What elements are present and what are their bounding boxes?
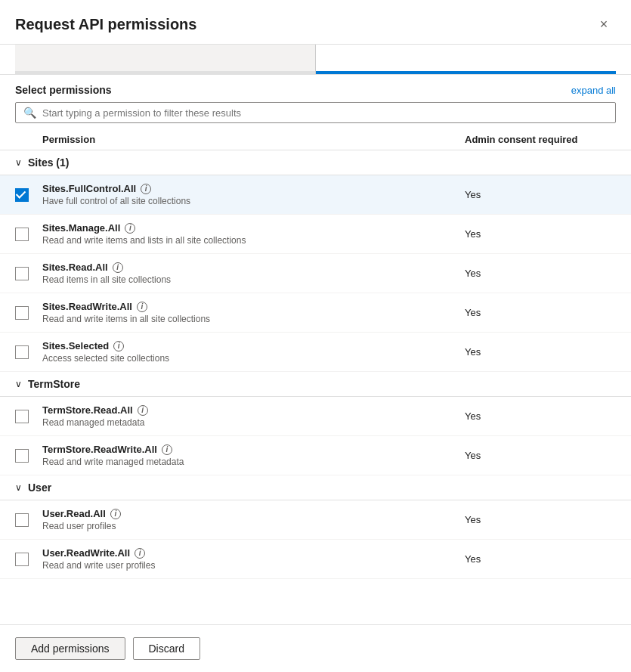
- table-row: TermStore.ReadWrite.All i Read and write…: [0, 436, 631, 475]
- perm-desc: Read user profiles: [42, 521, 465, 531]
- table-row: User.ReadWrite.All i Read and write user…: [0, 540, 631, 579]
- info-icon[interactable]: i: [137, 302, 147, 312]
- admin-consent-value: Yes: [465, 410, 616, 422]
- group-name: User: [28, 482, 51, 494]
- group-row[interactable]: ∨TermStore: [0, 372, 631, 397]
- permissions-list: ∨Sites (1) Sites.FullControl.All i Have …: [0, 150, 631, 624]
- perm-name: Sites.Manage.All i: [42, 222, 465, 234]
- admin-consent-value: Yes: [465, 228, 616, 240]
- info-icon[interactable]: i: [135, 548, 145, 559]
- group-name: Sites (1): [28, 156, 69, 169]
- table-row: Sites.Selected i Access selected site co…: [0, 333, 631, 372]
- perm-name: User.Read.All i: [42, 508, 465, 519]
- permission-checkbox[interactable]: [15, 553, 29, 566]
- chevron-down-icon: ∨: [15, 379, 22, 389]
- perm-desc: Read items in all site collections: [42, 274, 465, 285]
- perm-desc: Read and write items in all site collect…: [42, 314, 465, 324]
- expand-all-button[interactable]: expand all: [571, 85, 616, 96]
- dialog-footer: Add permissions Discard: [0, 624, 631, 672]
- permission-checkbox[interactable]: [15, 306, 29, 320]
- search-bar: 🔍: [15, 102, 616, 123]
- info-icon[interactable]: i: [125, 223, 135, 234]
- discard-button[interactable]: Discard: [133, 637, 200, 660]
- info-icon[interactable]: i: [113, 262, 123, 273]
- perm-name: User.ReadWrite.All i: [42, 547, 465, 559]
- group-name: TermStore: [28, 378, 80, 390]
- table-row: User.Read.All i Read user profiles Yes: [0, 500, 631, 540]
- dialog-title: Request API permissions: [15, 16, 196, 33]
- perm-name: Sites.Selected i: [42, 340, 465, 351]
- perm-info: TermStore.Read.All i Read managed metada…: [42, 404, 465, 428]
- perm-info: Sites.Selected i Access selected site co…: [42, 340, 465, 364]
- info-icon[interactable]: i: [141, 184, 151, 194]
- perm-desc: Read and write items and lists in all si…: [42, 235, 465, 246]
- admin-consent-value: Yes: [465, 189, 616, 200]
- search-input[interactable]: [42, 107, 608, 119]
- add-permissions-button[interactable]: Add permissions: [15, 637, 125, 660]
- perm-info: User.ReadWrite.All i Read and write user…: [42, 547, 465, 571]
- info-icon[interactable]: i: [113, 341, 124, 351]
- perm-name: Sites.ReadWrite.All i: [42, 301, 465, 312]
- admin-consent-value: Yes: [465, 346, 616, 358]
- tab-bar: [0, 45, 631, 75]
- request-api-permissions-dialog: Request API permissions × Select permiss…: [0, 0, 631, 672]
- permission-checkbox[interactable]: [15, 513, 29, 527]
- perm-info: Sites.Manage.All i Read and write items …: [42, 222, 465, 246]
- admin-consent-value: Yes: [465, 514, 616, 525]
- close-button[interactable]: ×: [592, 12, 616, 36]
- chevron-down-icon: ∨: [15, 482, 22, 493]
- perm-name: TermStore.Read.All i: [42, 404, 465, 416]
- dialog-header: Request API permissions ×: [0, 0, 631, 45]
- tab-2[interactable]: [316, 45, 616, 74]
- table-row: Sites.ReadWrite.All i Read and write ite…: [0, 293, 631, 333]
- info-icon[interactable]: i: [110, 509, 121, 519]
- group-row[interactable]: ∨User: [0, 475, 631, 500]
- info-icon[interactable]: i: [138, 405, 148, 416]
- table-row: TermStore.Read.All i Read managed metada…: [0, 397, 631, 436]
- info-icon[interactable]: i: [162, 444, 172, 455]
- search-icon: 🔍: [23, 107, 36, 119]
- perm-name: TermStore.ReadWrite.All i: [42, 444, 465, 455]
- admin-consent-value: Yes: [465, 553, 616, 565]
- permission-checkbox[interactable]: [15, 410, 29, 423]
- perm-desc: Read managed metadata: [42, 417, 465, 428]
- permission-checkbox[interactable]: [15, 449, 29, 463]
- perm-info: Sites.FullControl.All i Have full contro…: [42, 183, 465, 206]
- select-permissions-header: Select permissions expand all: [0, 75, 631, 102]
- perm-desc: Read and write managed metadata: [42, 457, 465, 467]
- perm-desc: Access selected site collections: [42, 353, 465, 364]
- perm-desc: Read and write user profiles: [42, 560, 465, 571]
- perm-info: User.Read.All i Read user profiles: [42, 508, 465, 531]
- perm-name: Sites.FullControl.All i: [42, 183, 465, 194]
- group-row[interactable]: ∨Sites (1): [0, 150, 631, 175]
- permission-checkbox[interactable]: [15, 345, 29, 359]
- table-row: Sites.Manage.All i Read and write items …: [0, 215, 631, 254]
- perm-info: Sites.ReadWrite.All i Read and write ite…: [42, 301, 465, 324]
- perm-name: Sites.Read.All i: [42, 262, 465, 273]
- table-header: Permission Admin consent required: [0, 129, 631, 150]
- col-admin-header: Admin consent required: [465, 134, 616, 145]
- admin-consent-value: Yes: [465, 268, 616, 279]
- permission-checkbox[interactable]: [15, 267, 29, 280]
- table-row: Sites.Read.All i Read items in all site …: [0, 254, 631, 293]
- table-row: Sites.FullControl.All i Have full contro…: [0, 175, 631, 215]
- perm-info: TermStore.ReadWrite.All i Read and write…: [42, 444, 465, 467]
- permission-checkbox[interactable]: [15, 228, 29, 241]
- permission-checkbox[interactable]: [15, 188, 29, 202]
- admin-consent-value: Yes: [465, 307, 616, 318]
- col-permission-header: Permission: [15, 134, 465, 145]
- tab-1[interactable]: [15, 45, 316, 74]
- admin-consent-value: Yes: [465, 450, 616, 461]
- select-permissions-label: Select permissions: [15, 84, 112, 96]
- perm-info: Sites.Read.All i Read items in all site …: [42, 262, 465, 285]
- perm-desc: Have full control of all site collection…: [42, 196, 465, 206]
- chevron-down-icon: ∨: [15, 157, 22, 168]
